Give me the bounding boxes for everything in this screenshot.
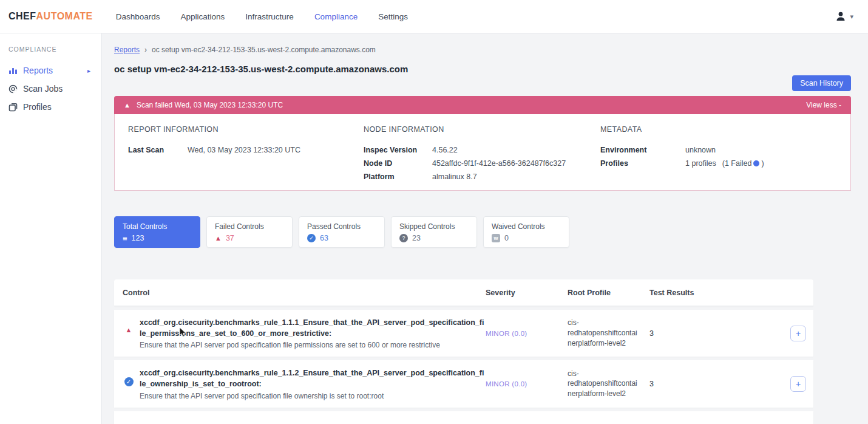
profiles-failed-close: ) [761, 159, 764, 168]
column-control: Control [123, 289, 486, 297]
user-menu[interactable]: ▾ [835, 10, 853, 22]
stat-label: Waived Controls [492, 222, 561, 231]
banner-message: Scan failed Wed, 03 May 2023 12:33:20 UT… [137, 101, 283, 109]
breadcrumb: Reports › oc setup vm-ec2-34-212-153-35.… [114, 46, 851, 54]
stat-label: Passed Controls [307, 222, 376, 231]
nav-dashboards[interactable]: Dashboards [116, 12, 160, 21]
passed-controls-card[interactable]: Passed Controls ✓ 63 [299, 216, 385, 248]
scan-failed-banner: ▲ Scan failed Wed, 03 May 2023 12:33:20 … [114, 96, 851, 114]
profiles-label: Profiles [600, 159, 685, 168]
breadcrumb-separator-icon: › [144, 46, 147, 54]
node-id-label: Node ID [364, 159, 432, 168]
expand-row-button[interactable]: + [790, 326, 806, 341]
environment-value: unknown [685, 146, 716, 154]
sidebar-item-label: Scan Jobs [23, 84, 63, 94]
root-profile-value: cis-redhatopenshiftcontainerplatform-lev… [568, 318, 649, 348]
platform-label: Platform [364, 173, 432, 181]
compliance-sidebar: COMPLIANCE Reports ▸ Scan Jobs Profiles [0, 33, 102, 424]
profiles-failed-text: (1 Failed [722, 159, 752, 168]
section-heading: METADATA [600, 125, 850, 134]
node-id-value: 452affdc-9f1f-412e-a566-362487f6c327 [432, 159, 566, 168]
logo-chef: CHEF [8, 11, 36, 21]
column-root-profile: Root Profile [568, 289, 649, 297]
breadcrumb-reports-link[interactable]: Reports [114, 46, 140, 54]
control-passed-icon: ✓ [123, 368, 135, 386]
test-results-value: 3 [649, 329, 790, 338]
sidebar-item-reports[interactable]: Reports ▸ [8, 61, 101, 80]
last-scan-label: Last Scan [128, 146, 188, 154]
chevron-right-icon: ▸ [87, 67, 90, 74]
stat-value: 0 [504, 234, 509, 242]
stat-label: Skipped Controls [399, 222, 469, 231]
expand-row-button[interactable]: + [790, 376, 806, 392]
severity-value: MINOR (0.0) [486, 330, 568, 337]
metadata-section: METADATA Environment unknown Profiles 1 … [600, 125, 850, 190]
nav-infrastructure[interactable]: Infrastructure [245, 12, 294, 21]
scan-history-button[interactable]: Scan History [792, 75, 851, 91]
control-status-icon [123, 419, 135, 424]
stat-value: 23 [412, 234, 421, 242]
profiles-failed-count: (1 Failed ) [722, 159, 764, 168]
nav-settings[interactable]: Settings [378, 12, 408, 21]
waived-icon: w [492, 234, 500, 242]
waived-controls-card[interactable]: Waived Controls w 0 [483, 216, 569, 248]
table-row: xccdf_org.cisecurity.benchmarks_rule_1.1… [114, 411, 813, 424]
check-circle-icon: ✓ [124, 377, 134, 386]
sidebar-item-profiles[interactable]: Profiles [8, 98, 101, 116]
root-profile-value: cis-redhatopenshiftcontainerplatform-lev… [568, 369, 649, 399]
control-description: Ensure that the API server pod specifica… [140, 341, 486, 349]
controls-table: Control Severity Root Profile Test Resul… [114, 279, 813, 424]
control-description: Ensure that the API server pod specifica… [140, 392, 486, 400]
section-heading: NODE INFORMATION [364, 125, 600, 134]
control-title[interactable]: xccdf_org.cisecurity.benchmarks_rule_1.1… [140, 368, 486, 389]
breadcrumb-current: oc setup vm-ec2-34-212-153-35.us-west-2.… [152, 46, 376, 54]
chevron-down-icon: ▾ [850, 13, 853, 21]
sidebar-item-label: Reports [23, 66, 53, 75]
skipped-controls-card[interactable]: Skipped Controls ? 23 [391, 216, 477, 248]
failed-controls-card[interactable]: Failed Controls ▲ 37 [206, 216, 293, 248]
stat-label: Total Controls [123, 222, 192, 231]
sidebar-section-label: COMPLIANCE [8, 46, 101, 53]
last-scan-value: Wed, 03 May 2023 12:33:20 UTC [188, 146, 300, 154]
sidebar-item-label: Profiles [23, 102, 52, 112]
profiles-icon [8, 103, 18, 112]
stat-value: 37 [226, 234, 234, 242]
severity-value: MINOR (0.0) [486, 380, 568, 388]
stat-value: 63 [320, 234, 328, 242]
bar-chart-icon [8, 66, 18, 75]
table-row: ✓ xccdf_org.cisecurity.benchmarks_rule_1… [114, 360, 813, 407]
nav-applications[interactable]: Applications [181, 12, 225, 21]
question-circle-icon: ? [399, 234, 408, 242]
table-header: Control Severity Root Profile Test Resul… [114, 279, 813, 306]
main-content: Reports › oc setup vm-ec2-34-212-153-35.… [102, 33, 868, 424]
control-title[interactable]: xccdf_org.cisecurity.benchmarks_rule_1.1… [140, 317, 486, 339]
report-info-panel: REPORT INFORMATION Last Scan Wed, 03 May… [114, 114, 851, 191]
nav-compliance[interactable]: Compliance [314, 12, 358, 21]
chef-automate-logo[interactable]: CHEFAUTOMATE [8, 11, 93, 22]
list-icon: ≡ [123, 234, 127, 242]
node-information-section: NODE INFORMATION Inspec Version 4.56.22 … [364, 125, 600, 190]
column-test-results: Test Results [649, 289, 813, 297]
control-failed-icon: ▲ [123, 317, 135, 333]
section-heading: REPORT INFORMATION [128, 125, 364, 134]
warning-triangle-icon: ▲ [124, 101, 131, 109]
stat-label: Failed Controls [215, 222, 284, 231]
profiles-value: 1 profiles [685, 159, 716, 168]
environment-label: Environment [600, 146, 685, 154]
warning-triangle-icon: ▲ [215, 235, 222, 242]
column-severity: Severity [486, 289, 568, 297]
top-nav-bar: CHEFAUTOMATE Dashboards Applications Inf… [0, 0, 868, 33]
logo-automate: AUTOMATE [36, 11, 93, 21]
inspec-version-value: 4.56.22 [432, 146, 458, 154]
main-nav: Dashboards Applications Infrastructure C… [116, 12, 408, 21]
test-results-value: 3 [649, 380, 790, 388]
view-less-toggle[interactable]: View less - [806, 101, 841, 109]
total-controls-card[interactable]: Total Controls ≡ 123 [114, 216, 200, 248]
platform-value: almalinux 8.7 [432, 173, 477, 181]
failed-count-icon [753, 160, 759, 166]
sidebar-item-scan-jobs[interactable]: Scan Jobs [8, 80, 101, 98]
page-title: oc setup vm-ec2-34-212-153-35.us-west-2.… [114, 64, 851, 74]
table-row: ▲ xccdf_org.cisecurity.benchmarks_rule_1… [114, 310, 813, 357]
check-circle-icon: ✓ [307, 234, 316, 242]
stat-value: 123 [132, 234, 144, 242]
